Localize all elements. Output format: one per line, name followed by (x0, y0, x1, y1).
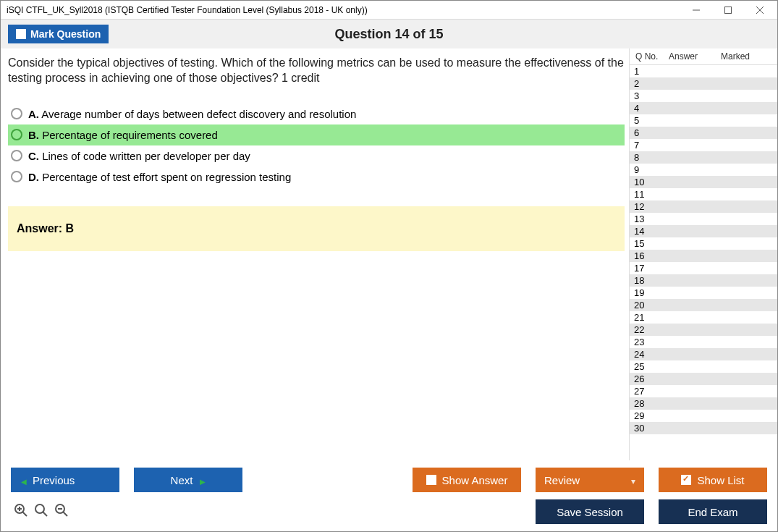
option-d[interactable]: D. Percentage of test effort spent on re… (8, 166, 625, 187)
question-list-row[interactable]: 17 (630, 262, 777, 274)
option-a[interactable]: A. Average number of days between defect… (8, 104, 625, 124)
question-list-row[interactable]: 6 (630, 127, 777, 139)
previous-label: Previous (33, 474, 75, 486)
question-list-row[interactable]: 13 (630, 213, 777, 225)
question-list-row[interactable]: 30 (630, 422, 777, 434)
zoom-tools (11, 503, 69, 520)
checkbox-checked-icon (681, 475, 691, 485)
question-list-row[interactable]: 3 (630, 90, 777, 102)
next-label: Next (171, 474, 193, 486)
question-list-panel: Q No. Answer Marked 12345678910111213141… (629, 48, 777, 460)
option-letter: B. (28, 129, 39, 141)
question-number: 29 (634, 410, 661, 421)
option-label: D. Percentage of test effort spent on re… (28, 171, 291, 183)
question-number: 20 (634, 300, 661, 311)
question-list-row[interactable]: 14 (630, 225, 777, 237)
question-number: 10 (634, 177, 661, 187)
save-session-label: Save Session (557, 506, 623, 518)
question-number: 11 (634, 189, 661, 200)
option-letter: D. (28, 171, 39, 183)
question-number: 4 (634, 103, 661, 114)
review-button[interactable]: Review (536, 468, 644, 492)
question-list-row[interactable]: 10 (630, 176, 777, 188)
checkbox-icon (426, 475, 436, 485)
question-number: 1 (634, 66, 661, 77)
maximize-icon (724, 7, 732, 14)
question-number: 12 (634, 201, 661, 212)
option-letter: A. (28, 108, 39, 120)
question-number: 24 (634, 349, 661, 360)
end-exam-label: End Exam (688, 506, 737, 518)
radio-icon (11, 150, 22, 161)
question-list-row[interactable]: 26 (630, 373, 777, 385)
question-list-row[interactable]: 23 (630, 336, 777, 348)
svg-rect-0 (725, 7, 732, 13)
question-list-row[interactable]: 18 (630, 274, 777, 287)
option-b[interactable]: B. Percentage of requirements covered (8, 124, 625, 145)
question-list-row[interactable]: 9 (630, 164, 777, 176)
question-number: 6 (634, 127, 661, 138)
mark-question-button[interactable]: Mark Question (8, 25, 109, 43)
svg-point-2 (35, 504, 44, 513)
header-answer: Answer (663, 51, 721, 62)
question-list-row[interactable]: 4 (630, 102, 777, 114)
question-list-row[interactable]: 21 (630, 311, 777, 324)
question-list[interactable]: 1234567891011121314151617181920212223242… (630, 64, 777, 460)
footer: Previous Next Show Answer Review Show Li… (1, 460, 777, 531)
question-list-row[interactable]: 27 (630, 385, 777, 397)
question-number: 22 (634, 324, 661, 335)
zoom-reset-icon[interactable] (34, 503, 48, 520)
chevron-right-icon (200, 474, 206, 486)
save-session-button[interactable]: Save Session (536, 499, 644, 524)
question-number: 17 (634, 263, 661, 274)
question-number: 15 (634, 238, 661, 249)
content-row: Consider the typical objectives of testi… (1, 48, 777, 460)
question-list-row[interactable]: 22 (630, 324, 777, 336)
show-answer-button[interactable]: Show Answer (413, 468, 521, 492)
question-number: 30 (634, 423, 661, 434)
chevron-left-icon (21, 474, 27, 486)
radio-icon (11, 171, 22, 182)
question-number: 19 (634, 287, 661, 298)
zoom-out-icon[interactable] (54, 503, 69, 520)
question-list-row[interactable]: 19 (630, 287, 777, 299)
minimize-button[interactable] (680, 1, 712, 20)
question-list-row[interactable]: 2 (630, 77, 777, 90)
next-button[interactable]: Next (134, 468, 242, 492)
question-number: 9 (634, 164, 661, 175)
radio-icon (11, 108, 22, 119)
option-label: A. Average number of days between defect… (28, 108, 356, 120)
question-list-row[interactable]: 29 (630, 410, 777, 422)
question-list-row[interactable]: 16 (630, 250, 777, 262)
question-list-row[interactable]: 15 (630, 237, 777, 250)
question-number: 7 (634, 140, 661, 151)
question-list-row[interactable]: 25 (630, 360, 777, 373)
question-list-row[interactable]: 24 (630, 348, 777, 360)
show-list-button[interactable]: Show List (659, 468, 767, 492)
question-list-row[interactable]: 8 (630, 151, 777, 164)
question-list-row[interactable]: 11 (630, 188, 777, 200)
close-button[interactable] (744, 1, 776, 20)
footer-row-2: Save Session End Exam (11, 499, 767, 524)
mark-question-label: Mark Question (30, 28, 101, 40)
previous-button[interactable]: Previous (11, 468, 119, 492)
question-number: 8 (634, 152, 661, 163)
question-list-row[interactable]: 20 (630, 299, 777, 311)
question-number: 26 (634, 373, 661, 384)
header-marked: Marked (721, 51, 763, 62)
window-controls (680, 1, 776, 20)
question-list-row[interactable]: 1 (630, 65, 777, 77)
question-number: 25 (634, 361, 661, 372)
maximize-button[interactable] (712, 1, 744, 20)
question-counter: Question 14 of 15 (1, 27, 777, 42)
question-text: Consider the typical objectives of testi… (8, 56, 625, 86)
question-list-row[interactable]: 28 (630, 397, 777, 410)
zoom-in-icon[interactable] (14, 503, 28, 520)
question-list-row[interactable]: 7 (630, 139, 777, 151)
question-list-row[interactable]: 5 (630, 114, 777, 127)
option-c[interactable]: C. Lines of code written per developer p… (8, 145, 625, 166)
header-bar: Mark Question Question 14 of 15 (1, 20, 777, 48)
end-exam-button[interactable]: End Exam (659, 499, 767, 524)
question-list-row[interactable]: 12 (630, 200, 777, 213)
checkbox-icon (16, 29, 26, 39)
